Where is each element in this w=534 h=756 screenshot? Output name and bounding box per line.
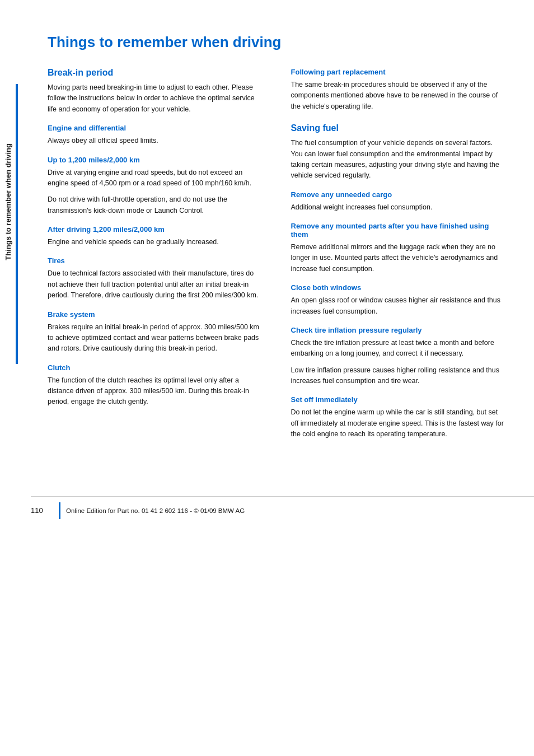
sidebar-label: Things to remember when driving bbox=[0, 112, 16, 291]
saving-fuel-heading: Saving fuel bbox=[291, 123, 507, 133]
left-column: Break-in period Moving parts need breaki… bbox=[48, 68, 269, 446]
check-tire-text1: Check the tire inflation pressure at lea… bbox=[291, 338, 507, 360]
engine-differential-heading: Engine and differential bbox=[48, 124, 263, 132]
page-number: 110 bbox=[31, 506, 53, 515]
check-tire-heading: Check tire inflation pressure regularly bbox=[291, 326, 507, 334]
up-to-1200-heading: Up to 1,200 miles/2,000 km bbox=[48, 156, 263, 164]
engine-differential-text: Always obey all official speed limits. bbox=[48, 136, 263, 146]
check-tire-text2: Low tire inflation pressure causes highe… bbox=[291, 365, 507, 387]
page-footer: 110 Online Edition for Part no. 01 41 2 … bbox=[31, 496, 534, 519]
following-part-replacement-heading: Following part replacement bbox=[291, 68, 507, 76]
page-content: Things to remember when driving Break-in… bbox=[31, 0, 534, 468]
tires-heading: Tires bbox=[48, 256, 263, 265]
after-1200-text: Engine and vehicle speeds can be gradual… bbox=[48, 237, 263, 248]
clutch-text: The function of the clutch reaches its o… bbox=[48, 375, 263, 408]
brake-system-heading: Brake system bbox=[48, 310, 263, 319]
up-to-1200-text1: Drive at varying engine and road speeds,… bbox=[48, 167, 263, 189]
remove-mounted-text: Remove additional mirrors and the luggag… bbox=[291, 242, 507, 274]
set-off-text: Do not let the engine warm up while the … bbox=[291, 407, 507, 440]
remove-cargo-text: Additional weight increases fuel consump… bbox=[291, 202, 507, 213]
tires-text: Due to technical factors associated with… bbox=[48, 268, 263, 301]
set-off-heading: Set off immediately bbox=[291, 395, 507, 404]
saving-fuel-intro: The fuel consumption of your vehicle dep… bbox=[291, 138, 507, 181]
close-windows-heading: Close both windows bbox=[291, 283, 507, 292]
break-in-period-intro: Moving parts need breaking-in time to ad… bbox=[48, 82, 263, 115]
close-windows-text: An open glass roof or window causes high… bbox=[291, 295, 507, 317]
right-column: Following part replacement The same brea… bbox=[291, 68, 512, 446]
two-column-layout: Break-in period Moving parts need breaki… bbox=[48, 68, 512, 446]
break-in-period-heading: Break-in period bbox=[48, 68, 263, 78]
sidebar-blue-bar bbox=[16, 84, 18, 364]
clutch-heading: Clutch bbox=[48, 363, 263, 372]
remove-mounted-heading: Remove any mounted parts after you have … bbox=[291, 222, 507, 239]
remove-cargo-heading: Remove any unneeded cargo bbox=[291, 190, 507, 199]
following-part-replacement-text: The same break-in procedures should be o… bbox=[291, 80, 507, 112]
page-title: Things to remember when driving bbox=[48, 34, 512, 51]
after-1200-heading: After driving 1,200 miles/2,000 km bbox=[48, 225, 263, 234]
brake-system-text: Brakes require an initial break-in perio… bbox=[48, 322, 263, 354]
footer-blue-bar bbox=[59, 502, 60, 519]
footer-text: Online Edition for Part no. 01 41 2 602 … bbox=[66, 507, 245, 514]
up-to-1200-text2: Do not drive with full-throttle operatio… bbox=[48, 194, 263, 216]
